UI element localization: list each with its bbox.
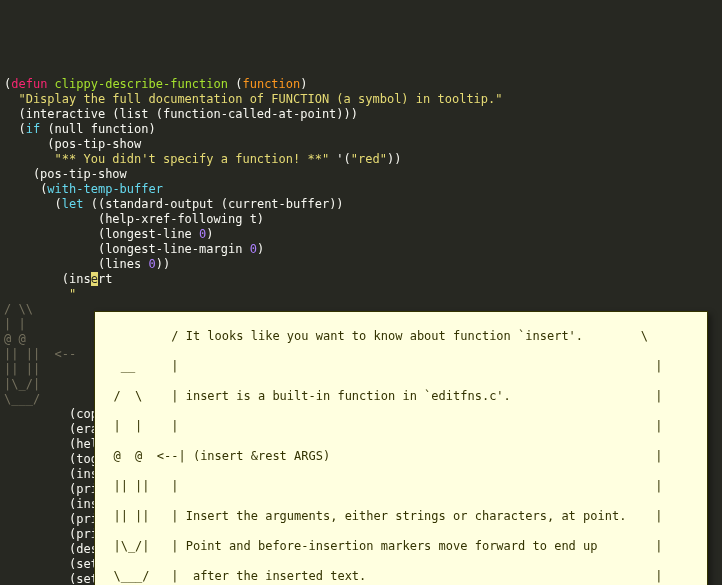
tooltip-line: |\_/| | Point and before-insertion marke… <box>99 539 703 554</box>
margin-clippy-art: / \\ <box>4 302 33 316</box>
parameter: function <box>242 77 300 91</box>
keyword-if: if <box>26 122 40 136</box>
clippy-tooltip: / It looks like you want to know about f… <box>94 311 708 585</box>
tooltip-line: | | | | <box>99 419 703 434</box>
cursor: e <box>91 272 98 286</box>
code-line: (interactive (list (function-called-at-p… <box>4 107 358 121</box>
tooltip-line: || || | Insert the arguments, either str… <box>99 509 703 524</box>
tooltip-line: / \ | insert is a built-in function in `… <box>99 389 703 404</box>
function-name: clippy-describe-function <box>55 77 228 91</box>
tooltip-line: @ @ <--| (insert &rest ARGS) | <box>99 449 703 464</box>
tooltip-line: || || | | <box>99 479 703 494</box>
tooltip-line: \___/ | after the inserted text. | <box>99 569 703 584</box>
docstring: "Display the full documentation of FUNCT… <box>4 92 503 106</box>
keyword-let: let <box>62 197 84 211</box>
tooltip-line: / It looks like you want to know about f… <box>99 329 703 344</box>
tooltip-line: __ | | <box>99 359 703 374</box>
keyword-defun: defun <box>11 77 47 91</box>
keyword-with-temp-buffer: with-temp-buffer <box>47 182 163 196</box>
